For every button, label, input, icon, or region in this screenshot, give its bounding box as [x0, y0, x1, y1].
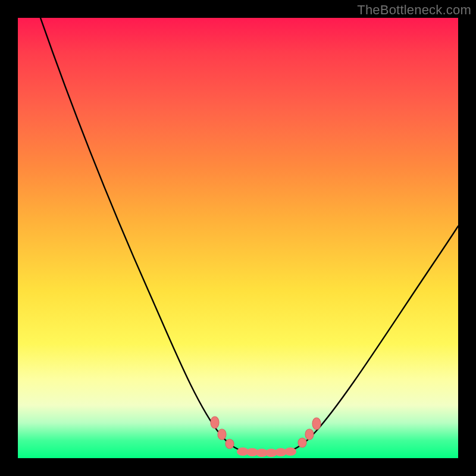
plot-area — [18, 18, 458, 458]
curve-left-branch — [40, 18, 261, 452]
left-slope-marker — [226, 439, 234, 449]
right-slope-marker — [312, 418, 321, 430]
flat-marker — [284, 447, 296, 456]
left-slope-marker — [211, 416, 219, 428]
right-slope-marker — [298, 438, 306, 447]
bottleneck-curve — [18, 18, 458, 458]
left-slope-marker — [218, 429, 226, 440]
watermark-text: TheBottleneck.com — [357, 2, 471, 18]
curve-right-branch — [289, 226, 458, 451]
chart-frame: TheBottleneck.com — [0, 0, 476, 476]
right-slope-marker — [305, 429, 314, 440]
